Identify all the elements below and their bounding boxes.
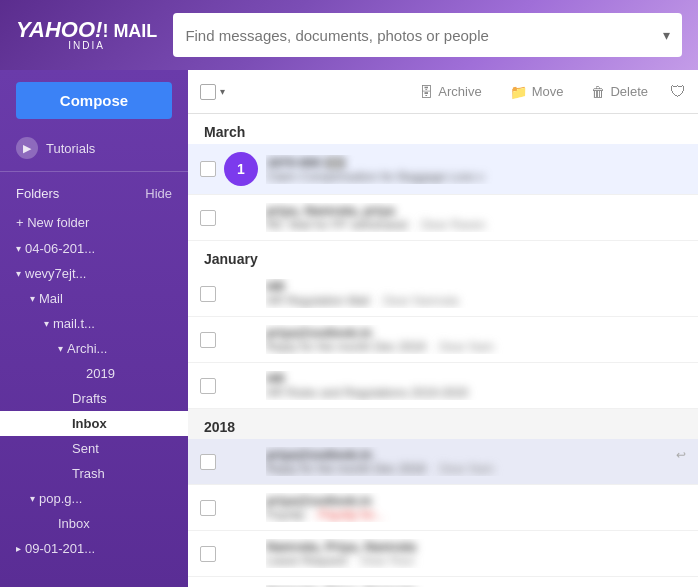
sidebar-divider [0,171,188,172]
email-content: priya, Namrata, priya RE: Mail for PF wi… [266,203,686,232]
email-row[interactable]: priya, Namrata, priya RE: Mail for PF wi… [188,195,698,241]
email-content: Namrata, Priya, Namrata Leave Request · … [266,539,686,568]
date-group-january: January [188,241,698,271]
sidebar-item-label: Trash [72,466,105,481]
chevron-down-icon: ▾ [663,27,670,43]
email-subject: Reply for the month Dec 2019 [266,340,425,354]
date-group-march: March [188,114,698,144]
email-sender: HR [266,371,285,386]
tutorials-icon: ▶ [16,137,38,159]
toolbar: ▾ 🗄 Archive 📁 Move 🗑 Delete 🛡 [188,70,698,114]
sidebar-item-04-06[interactable]: ▾ 04-06-201... [0,236,188,261]
sidebar-item-trash[interactable]: Trash [0,461,188,486]
sidebar-item-popg[interactable]: ▾ pop.g... [0,486,188,511]
email-row[interactable]: HR HR Rules and Regulations 2019-2020 [188,363,698,409]
date-group-2018: 2018 [188,409,698,439]
sidebar-item-inbox2[interactable]: Inbox [0,511,188,536]
email-panel: ▾ 🗄 Archive 📁 Move 🗑 Delete 🛡 March [188,70,698,587]
sidebar-item-2019[interactable]: 2019 [0,361,188,386]
move-button[interactable]: 📁 Move [504,80,570,104]
email-checkbox[interactable] [200,286,216,302]
email-checkbox[interactable] [200,332,216,348]
search-input[interactable] [185,27,663,44]
sidebar-item-inbox[interactable]: Inbox [0,411,188,436]
email-row[interactable]: Namrata, Priya, Namrata Leave Request · … [188,531,698,577]
delete-icon: 🗑 [591,84,605,100]
sidebar-item-09-01[interactable]: ▸ 09-01-201... [0,536,188,561]
email-checkbox[interactable] [200,454,216,470]
archive-icon: 🗄 [419,84,433,100]
chevron-icon: ▾ [16,268,21,279]
sidebar-item-label: mail.t... [53,316,95,331]
sidebar-item-label: 04-06-201... [25,241,95,256]
mail-text: ! MAIL [102,21,157,41]
new-folder-label: + New folder [16,215,89,230]
email-checkbox[interactable] [200,161,216,177]
select-all-checkbox-wrapper[interactable]: ▾ [200,84,225,100]
email-checkbox[interactable] [200,546,216,562]
email-row[interactable]: 1 1970-000 33 Claim Compensation for Bag… [188,144,698,195]
email-subject: Leave Request [266,554,347,568]
sidebar-item-wevy7ejt[interactable]: ▾ wevy7ejt... [0,261,188,286]
checkbox-dropdown-icon[interactable]: ▾ [220,86,225,97]
folders-label: Folders [16,186,59,201]
email-preview: · Dear Raven [411,218,485,232]
sidebar-item-drafts[interactable]: Drafts [0,386,188,411]
email-content: HR HR Rules and Regulations 2019-2020 [266,371,686,400]
sidebar-item-label: Drafts [72,391,107,406]
compose-button[interactable]: Compose [16,82,172,119]
delete-button[interactable]: 🗑 Delete [585,80,654,104]
yahoo-text: YAHOO! [16,17,102,42]
email-sender: 1970-000 33 [266,155,345,170]
email-preview: · Dear Nam [429,340,494,354]
sidebar-tutorials[interactable]: ▶ Tutorials [0,131,188,165]
email-row[interactable]: priya@outlook.in ↩ Reply for the month D… [188,439,698,485]
email-checkbox[interactable] [200,500,216,516]
archive-label: Archive [438,84,481,99]
email-content: priya@outlook.in ↩ Reply for the month D… [266,447,686,476]
move-icon: 📁 [510,84,527,100]
sidebar: Compose ▶ Tutorials Folders Hide + New f… [0,70,188,587]
sidebar-item-mail[interactable]: ▾ Mail [0,286,188,311]
chevron-icon: ▾ [44,318,49,329]
search-bar[interactable]: ▾ [173,13,682,57]
chevron-icon: ▾ [30,493,35,504]
sidebar-item-label: Sent [72,441,99,456]
chevron-right-icon: ▸ [16,543,21,554]
hide-button[interactable]: Hide [145,186,172,201]
email-row[interactable]: priya@outlook.in Payslip · Payslip for..… [188,485,698,531]
chevron-icon: ▾ [16,243,21,254]
email-row[interactable]: Namrata, Priya, Namrata Help on adding t… [188,577,698,587]
sidebar-item-sent[interactable]: Sent [0,436,188,461]
email-content: priya@outlook.in Reply for the month Dec… [266,325,686,354]
email-list: March 1 1970-000 33 Claim Compensation f… [188,114,698,587]
email-sender: priya@outlook.in [266,325,372,340]
new-folder-button[interactable]: + New folder [0,209,188,236]
email-subject: HR Rules and Regulations 2019-2020 [266,386,468,400]
move-label: Move [532,84,564,99]
sidebar-item-mailt[interactable]: ▾ mail.t... [0,311,188,336]
sidebar-item-label: Archi... [67,341,107,356]
sidebar-item-archi[interactable]: ▾ Archi... [0,336,188,361]
email-row[interactable]: HR HR Regulation Mail · Dear Namrata [188,271,698,317]
app-header: YAHOO!! MAIL INDIA ▾ [0,0,698,70]
email-sender: Namrata, Priya, Namrata [266,539,416,554]
archive-button[interactable]: 🗄 Archive [413,80,487,104]
folders-header: Folders Hide [0,178,188,209]
email-sender: HR [266,279,285,294]
select-all-checkbox[interactable] [200,84,216,100]
email-checkbox[interactable] [200,210,216,226]
email-preview: · Dear Nam [429,462,494,476]
email-checkbox[interactable] [200,378,216,394]
tutorials-label: Tutorials [46,141,95,156]
main-layout: Compose ▶ Tutorials Folders Hide + New f… [0,70,698,587]
yahoo-logo: YAHOO!! MAIL INDIA [16,19,157,51]
email-row[interactable]: priya@outlook.in Reply for the month Dec… [188,317,698,363]
email-preview: · Dear Namrata [373,294,458,308]
email-subject: HR Regulation Mail [266,294,369,308]
email-subject: Reply for the month Dec 2018 [266,462,425,476]
sidebar-item-label: Mail [39,291,63,306]
sidebar-item-label: 09-01-201... [25,541,95,556]
email-sender: priya, Namrata, priya [266,203,395,218]
chevron-icon: ▾ [58,343,63,354]
